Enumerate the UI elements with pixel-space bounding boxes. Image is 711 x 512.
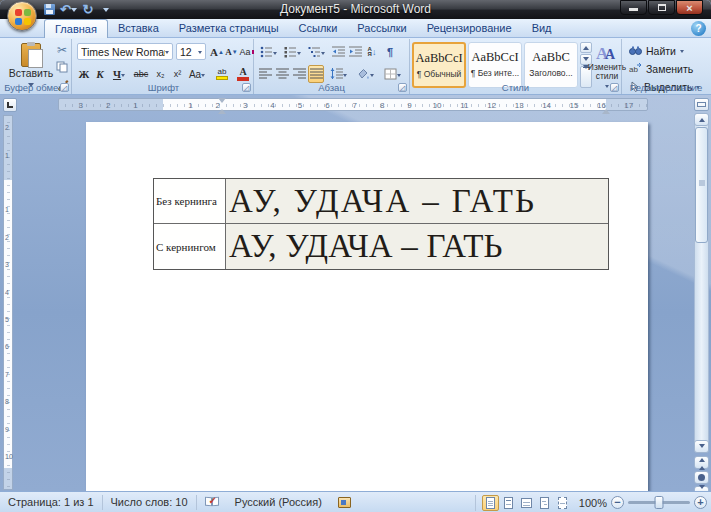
- multilevel-list-button[interactable]: [305, 43, 327, 61]
- line-spacing-button[interactable]: [327, 65, 349, 83]
- highlight-color-button[interactable]: ab: [211, 65, 233, 83]
- tab-Рассылки[interactable]: Рассылки: [347, 19, 416, 38]
- redo-button[interactable]: ↻: [81, 3, 95, 17]
- italic-button[interactable]: К: [93, 65, 107, 83]
- right-indent-marker[interactable]: [602, 105, 610, 114]
- scroll-down-button[interactable]: [694, 440, 709, 453]
- zoom-out-button[interactable]: −: [611, 496, 624, 509]
- align-right-button[interactable]: [291, 65, 307, 83]
- subscript-button[interactable]: x₂: [153, 65, 168, 83]
- close-button[interactable]: ×: [676, 0, 703, 15]
- font-color-button[interactable]: А: [234, 65, 252, 83]
- macro-record-button[interactable]: [330, 495, 359, 510]
- web-layout-view-button[interactable]: [518, 495, 535, 511]
- row-label-cell[interactable]: С кернингом: [154, 224, 226, 269]
- scrollbar-thumb[interactable]: [695, 127, 708, 243]
- ruler-toggle-button[interactable]: [694, 98, 709, 111]
- bullets-button[interactable]: [257, 43, 279, 61]
- row-text-cell[interactable]: АУ, УДАЧА – ГАТЬ: [226, 224, 608, 269]
- customize-qat-button[interactable]: [99, 3, 113, 17]
- language-indicator[interactable]: Русский (Россия): [227, 495, 330, 510]
- ruler-number: 12: [487, 101, 496, 110]
- tab-Вид[interactable]: Вид: [522, 19, 562, 38]
- shading-icon: [356, 68, 370, 80]
- ruler-number: 6: [325, 101, 329, 110]
- zoom-slider-thumb[interactable]: [655, 496, 664, 509]
- select-browse-object-button[interactable]: [694, 471, 709, 484]
- horizontal-ruler[interactable]: 3211234567891011121314151617: [58, 98, 648, 111]
- vertical-scrollbar[interactable]: [693, 113, 710, 491]
- tab-Ссылки[interactable]: Ссылки: [289, 19, 348, 38]
- cut-button[interactable]: ✂: [54, 41, 70, 59]
- styles-dialog-launcher[interactable]: ◿: [610, 83, 619, 92]
- zoom-slider[interactable]: [628, 501, 690, 504]
- align-center-button[interactable]: [274, 65, 290, 83]
- up-arrow-icon: [583, 43, 589, 50]
- grow-font-button[interactable]: А▲: [210, 43, 224, 61]
- increase-indent-button[interactable]: [347, 43, 363, 61]
- outline-view-button[interactable]: [536, 495, 553, 511]
- copy-button[interactable]: [54, 58, 70, 76]
- show-paragraph-marks-button[interactable]: ¶: [382, 43, 398, 61]
- scroll-up-button[interactable]: [694, 113, 709, 126]
- underline-button[interactable]: Ч: [109, 65, 129, 83]
- row-text-cell[interactable]: АУ, УДАЧА – ГАТЬ: [226, 179, 608, 223]
- previous-page-button[interactable]: [694, 456, 709, 469]
- vertical-ruler[interactable]: 2112345678910: [3, 115, 13, 490]
- style-name: ¶ Обычный: [414, 69, 464, 79]
- superscript-button[interactable]: x²: [170, 65, 185, 83]
- undo-button[interactable]: ↶: [60, 3, 77, 17]
- word-count[interactable]: Число слов: 10: [103, 495, 197, 510]
- tab-Рецензирование[interactable]: Рецензирование: [417, 19, 522, 38]
- outline-icon: [540, 497, 549, 509]
- spellcheck-status[interactable]: ✓: [197, 495, 227, 510]
- align-left-button[interactable]: [257, 65, 273, 83]
- replace-button[interactable]: ab Заменить: [629, 61, 693, 76]
- clipboard-dialog-launcher[interactable]: ◿: [60, 83, 69, 92]
- print-layout-view-button[interactable]: [482, 495, 499, 511]
- tab-Разметка страницы[interactable]: Разметка страницы: [169, 19, 289, 38]
- hanging-indent-marker[interactable]: [218, 105, 226, 114]
- paragraph-dialog-launcher[interactable]: ◿: [398, 83, 407, 92]
- zoom-level[interactable]: 100%: [579, 497, 607, 509]
- increase-indent-icon: [349, 46, 362, 58]
- help-button[interactable]: ?: [691, 21, 706, 36]
- change-case-button[interactable]: Aa: [187, 65, 207, 83]
- clear-formatting-button[interactable]: Aa: [240, 43, 253, 61]
- borders-button[interactable]: [380, 65, 404, 83]
- minimize-button[interactable]: [620, 0, 647, 15]
- group-clipboard: Вставить ✂ Буфер обмена ◿: [2, 39, 72, 94]
- decrease-indent-button[interactable]: [330, 43, 346, 61]
- row-label-cell[interactable]: Без кернинга: [154, 179, 226, 223]
- fullscreen-view-button[interactable]: [500, 495, 517, 511]
- sort-button[interactable]: АЯ↓: [364, 43, 380, 61]
- tab-Вставка[interactable]: Вставка: [108, 19, 169, 38]
- font-name-combo[interactable]: Times New Roman: [77, 43, 173, 60]
- find-button[interactable]: Найти: [629, 43, 684, 58]
- dropdown-arrow-icon: [343, 74, 347, 79]
- draft-view-button[interactable]: [554, 495, 571, 511]
- bold-button[interactable]: Ж: [77, 65, 91, 83]
- align-left-icon: [259, 68, 272, 80]
- numbering-button[interactable]: [281, 43, 303, 61]
- strikethrough-button[interactable]: abc: [131, 65, 151, 83]
- style-name: ¶ Без инте...: [469, 68, 521, 78]
- font-dialog-launcher[interactable]: ◿: [242, 83, 251, 92]
- ruler-number: 3: [79, 101, 83, 110]
- restore-button[interactable]: [648, 0, 675, 15]
- office-button[interactable]: [7, 1, 37, 31]
- shading-button[interactable]: [353, 65, 377, 83]
- justify-button[interactable]: [308, 65, 324, 83]
- save-button[interactable]: [42, 3, 56, 17]
- zoom-in-button[interactable]: +: [694, 496, 707, 509]
- office-logo-icon: [15, 9, 22, 16]
- find-binoculars-icon: [629, 45, 642, 56]
- tab-Главная[interactable]: Главная: [44, 19, 108, 38]
- document-page[interactable]: Без кернингаАУ, УДАЧА – ГАТЬС кернингомА…: [86, 122, 648, 491]
- font-size-combo[interactable]: 12: [176, 43, 206, 60]
- style-preview: AaBbCcI: [469, 50, 521, 65]
- shrink-font-button[interactable]: А▼: [225, 43, 238, 61]
- page-indicator[interactable]: Страница: 1 из 1: [0, 495, 103, 510]
- styles-scroll-up-button[interactable]: [580, 42, 592, 53]
- tab-selector-button[interactable]: [3, 98, 17, 112]
